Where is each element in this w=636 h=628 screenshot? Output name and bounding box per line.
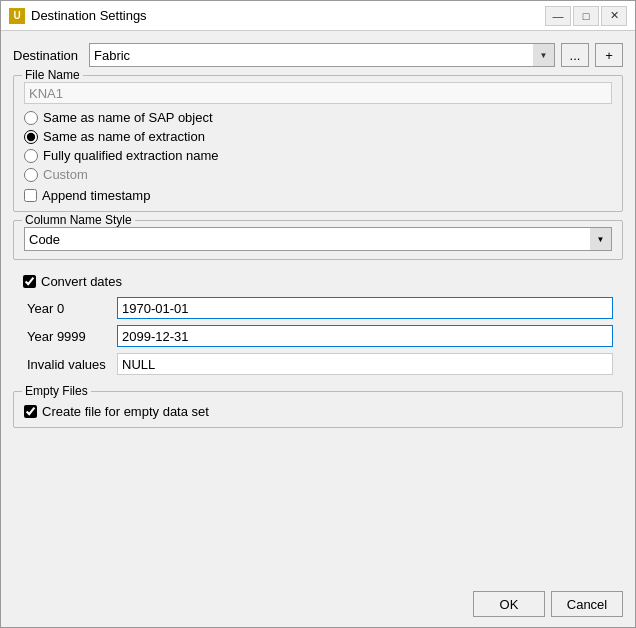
create-file-checkbox-row[interactable]: Create file for empty data set	[24, 404, 612, 419]
destination-select[interactable]: Fabric	[89, 43, 555, 67]
destination-settings-window: U Destination Settings — □ ✕ Destination…	[0, 0, 636, 628]
append-timestamp-checkbox-row[interactable]: Append timestamp	[24, 188, 612, 203]
destination-ellipsis-button[interactable]: ...	[561, 43, 589, 67]
radio-fully-qualified-input[interactable]	[24, 149, 38, 163]
main-content: Destination Fabric ▼ ... + File Name Sam…	[1, 31, 635, 591]
create-file-checkbox[interactable]	[24, 405, 37, 418]
year0-row: Year 0	[27, 297, 613, 319]
close-button[interactable]: ✕	[601, 6, 627, 26]
column-name-select[interactable]: Code Name Both	[24, 227, 612, 251]
title-bar-buttons: — □ ✕	[545, 6, 627, 26]
radio-custom-input[interactable]	[24, 168, 38, 182]
radio-same-as-extraction[interactable]: Same as name of extraction	[24, 129, 612, 144]
file-name-input[interactable]	[24, 82, 612, 104]
convert-dates-label: Convert dates	[41, 274, 122, 289]
bottom-buttons: OK Cancel	[1, 591, 635, 627]
create-file-label: Create file for empty data set	[42, 404, 209, 419]
year0-label: Year 0	[27, 301, 117, 316]
radio-same-as-sap-input[interactable]	[24, 111, 38, 125]
invalid-values-label: Invalid values	[27, 357, 117, 372]
empty-files-group: Empty Files Create file for empty data s…	[13, 391, 623, 428]
cancel-button[interactable]: Cancel	[551, 591, 623, 617]
destination-select-wrapper: Fabric ▼	[89, 43, 555, 67]
app-icon: U	[9, 8, 25, 24]
file-name-group-title: File Name	[22, 68, 83, 82]
append-timestamp-checkbox[interactable]	[24, 189, 37, 202]
year9999-row: Year 9999	[27, 325, 613, 347]
column-name-select-wrapper: Code Name Both ▼	[24, 227, 612, 251]
destination-row: Destination Fabric ▼ ... +	[13, 43, 623, 67]
window-title: Destination Settings	[31, 8, 545, 23]
maximize-button[interactable]: □	[573, 6, 599, 26]
radio-same-as-sap-label: Same as name of SAP object	[43, 110, 213, 125]
radio-same-as-extraction-input[interactable]	[24, 130, 38, 144]
radio-custom-label: Custom	[43, 167, 88, 182]
title-bar: U Destination Settings — □ ✕	[1, 1, 635, 31]
convert-dates-checkbox-row[interactable]: Convert dates	[23, 274, 613, 289]
destination-add-button[interactable]: +	[595, 43, 623, 67]
year9999-input[interactable]	[117, 325, 613, 347]
date-fields: Year 0 Year 9999 Invalid values	[23, 297, 613, 375]
append-timestamp-label: Append timestamp	[42, 188, 150, 203]
radio-same-as-sap[interactable]: Same as name of SAP object	[24, 110, 612, 125]
radio-fully-qualified[interactable]: Fully qualified extraction name	[24, 148, 612, 163]
empty-files-group-title: Empty Files	[22, 384, 91, 398]
invalid-values-input[interactable]	[117, 353, 613, 375]
radio-same-as-extraction-label: Same as name of extraction	[43, 129, 205, 144]
radio-custom[interactable]: Custom	[24, 167, 612, 182]
file-name-group: File Name Same as name of SAP object Sam…	[13, 75, 623, 212]
radio-fully-qualified-label: Fully qualified extraction name	[43, 148, 219, 163]
column-name-group-title: Column Name Style	[22, 213, 135, 227]
destination-label: Destination	[13, 48, 83, 63]
column-name-style-group: Column Name Style Code Name Both ▼	[13, 220, 623, 260]
year0-input[interactable]	[117, 297, 613, 319]
convert-dates-section: Convert dates Year 0 Year 9999 Invalid v…	[13, 268, 623, 383]
invalid-values-row: Invalid values	[27, 353, 613, 375]
ok-button[interactable]: OK	[473, 591, 545, 617]
convert-dates-checkbox[interactable]	[23, 275, 36, 288]
minimize-button[interactable]: —	[545, 6, 571, 26]
radio-group: Same as name of SAP object Same as name …	[24, 110, 612, 182]
year9999-label: Year 9999	[27, 329, 117, 344]
